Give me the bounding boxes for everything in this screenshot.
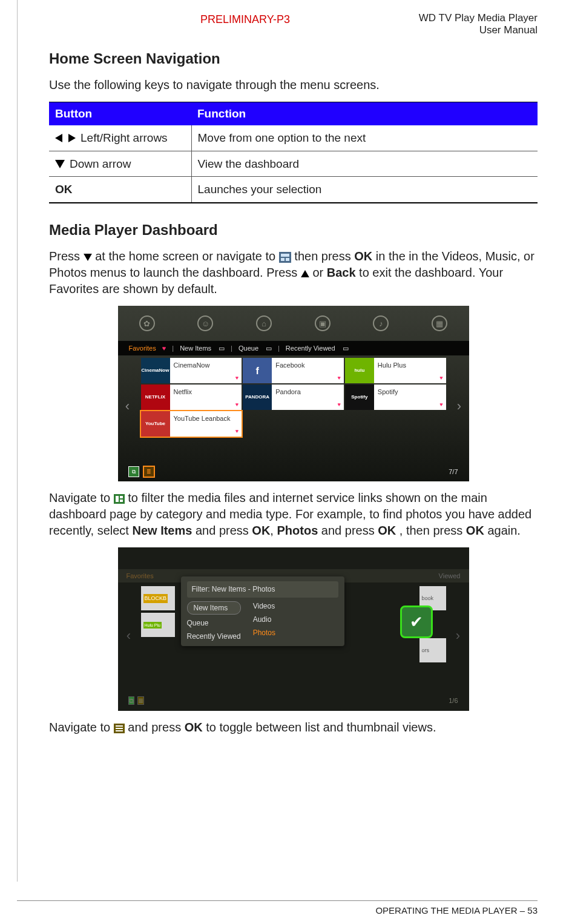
- services-icon: ✿: [139, 315, 155, 331]
- tile-hulu: huluHulu Plus♥: [345, 358, 446, 383]
- tile-youtube: YouTubeYouTube Leanback♥: [141, 411, 242, 437]
- tile-cinemanow: CinemaNowCinemaNow♥: [141, 358, 242, 383]
- tile-pandora: PANDORAPandora♥: [243, 384, 344, 410]
- dash-grid: CinemaNowCinemaNow♥ NETFLIXNetflix♥ YouT…: [118, 358, 469, 437]
- dashboard-tile-icon: [279, 252, 291, 263]
- photo-icon: ▦: [432, 315, 447, 331]
- filter-right-column: Videos Audio Photos: [253, 601, 275, 642]
- tab-queue: Queue: [238, 344, 258, 353]
- music-icon: ♪: [373, 315, 389, 331]
- page-footer: OPERATING THE MEDIA PLAYER – 53: [17, 900, 538, 924]
- filter-videos: Videos: [253, 601, 275, 611]
- dash-bottombar: ⧉ ≣ 7/7: [118, 467, 469, 477]
- dash2-bottombar: ⧉ ≣ 1/6: [118, 696, 469, 705]
- svg-rect-12: [120, 500, 123, 502]
- filter-popup: Filter: New Items - Photos New Items Que…: [181, 576, 344, 646]
- svg-marker-1: [68, 134, 76, 142]
- dashboard-paragraph-1: Press at the home screen or navigate to …: [49, 248, 538, 297]
- navigation-table: Button Function Left/Right arrows Move f…: [49, 102, 538, 203]
- svg-rect-15: [116, 728, 123, 729]
- faded-tile: BLOCKB: [141, 586, 175, 610]
- svg-marker-0: [55, 134, 62, 142]
- svg-rect-6: [281, 258, 284, 261]
- svg-rect-4: [279, 252, 291, 263]
- svg-rect-9: [114, 494, 125, 504]
- profile-icon: ☺: [197, 315, 213, 331]
- table-row: OK Launches your selection: [49, 177, 538, 203]
- view-toggle-icon: ≣: [138, 697, 143, 704]
- filter-icon: ⧉: [129, 697, 134, 704]
- ok-button-label: OK: [55, 183, 73, 196]
- dashboard-paragraph-2: Navigate to to filter the media files an…: [49, 490, 538, 539]
- th-button: Button: [49, 102, 191, 125]
- tile-netflix: NETFLIXNetflix♥: [141, 384, 242, 410]
- scroll-right-icon: ›: [453, 397, 465, 415]
- tab-recently-viewed: Recently Viewed: [286, 344, 335, 353]
- svg-rect-16: [116, 730, 123, 731]
- nav-intro: Use the following keys to navigate throu…: [49, 77, 538, 93]
- heading-home-screen-navigation: Home Screen Navigation: [49, 49, 538, 68]
- ok-confirm-icon: ✔: [400, 606, 433, 638]
- video-icon: ▣: [315, 315, 331, 331]
- filter-left-column: New Items Queue Recently Viewed: [187, 601, 241, 642]
- list-view-icon: [114, 724, 125, 733]
- preliminary-stamp: PRELIMINARY-P3: [200, 12, 290, 27]
- tile-facebook: fFacebook♥: [243, 358, 344, 383]
- tab-new-items: New Items: [180, 344, 211, 353]
- svg-marker-8: [301, 270, 309, 277]
- down-arrow-icon: [84, 254, 92, 261]
- filter-new-items: New Items: [187, 601, 241, 615]
- dashboard-screenshot-1: ✿ ☺ ⌂ ▣ ♪ ▦ Favorites♥ | New Items▭ | Qu…: [118, 306, 469, 481]
- svg-rect-14: [116, 725, 123, 727]
- filter-icon: [114, 494, 125, 504]
- tile-counter: 1/6: [449, 696, 458, 705]
- svg-marker-3: [84, 254, 92, 261]
- dashboard-paragraph-3: Navigate to and press OK to toggle betwe…: [49, 719, 538, 736]
- games-icon: ⌂: [256, 315, 272, 331]
- filter-queue: Queue: [187, 618, 241, 628]
- svg-rect-7: [286, 258, 289, 261]
- svg-rect-5: [281, 254, 289, 257]
- left-right-arrows-icon: [55, 133, 76, 143]
- table-row: Left/Right arrows Move from one option t…: [49, 125, 538, 151]
- table-row: Down arrow View the dashboard: [49, 151, 538, 177]
- filter-audio: Audio: [253, 615, 275, 624]
- dash-topbar: ✿ ☺ ⌂ ▣ ♪ ▦: [118, 306, 469, 341]
- scroll-right-icon: ›: [452, 626, 464, 644]
- dash-tabs: Favorites♥ | New Items▭ | Queue▭ | Recen…: [118, 341, 469, 355]
- filter-recently-viewed: Recently Viewed: [187, 632, 241, 641]
- scroll-left-icon: ‹: [123, 626, 135, 644]
- filter-icon: ⧉: [129, 467, 139, 477]
- scroll-left-icon: ‹: [122, 397, 134, 415]
- heading-dashboard: Media Player Dashboard: [49, 220, 538, 240]
- filter-photos: Photos: [253, 628, 275, 638]
- svg-rect-11: [120, 496, 123, 498]
- tile-spotify: SpotifySpotify♥: [345, 384, 446, 410]
- tile-counter: 7/7: [449, 467, 458, 477]
- dashboard-screenshot-2: Favorites Viewed BLOCKB Hulu Plu book or…: [118, 547, 469, 711]
- down-arrow-icon: [55, 160, 65, 168]
- product-title: WD TV Play Media Player User Manual: [419, 12, 538, 36]
- up-arrow-icon: [301, 270, 309, 277]
- filter-popup-title: Filter: New Items - Photos: [187, 581, 338, 597]
- svg-rect-10: [116, 496, 119, 502]
- page-header: PRELIMINARY-P3 WD TV Play Media Player U…: [49, 12, 538, 36]
- view-toggle-icon: ≣: [144, 467, 154, 477]
- faded-tile: ors: [419, 638, 446, 662]
- th-function: Function: [191, 102, 538, 125]
- svg-marker-2: [55, 160, 65, 168]
- tab-favorites: Favorites: [129, 344, 156, 353]
- faded-tile: Hulu Plu: [141, 613, 175, 637]
